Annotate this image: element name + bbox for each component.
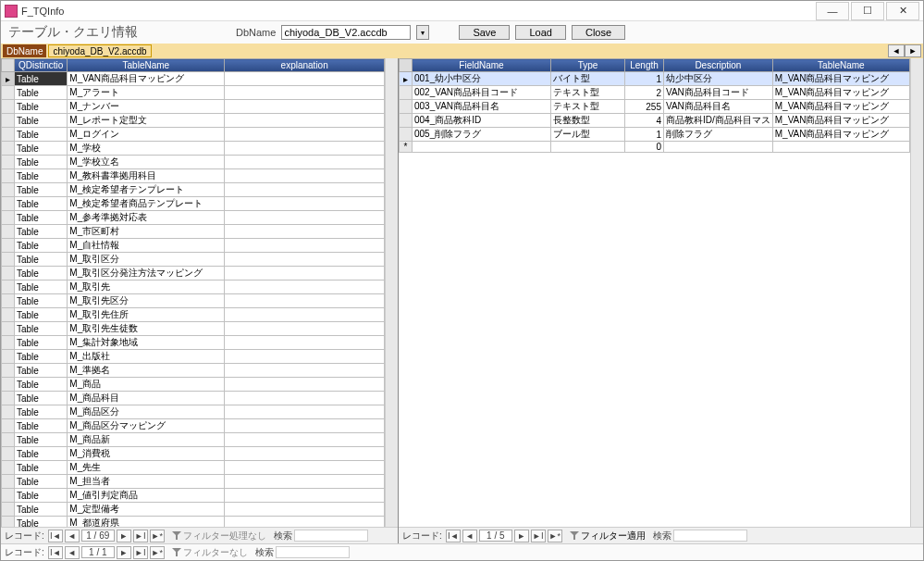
left-search-input[interactable] (294, 530, 368, 542)
table-row[interactable]: TableM_自社情報 (2, 239, 385, 253)
row-selector[interactable] (2, 253, 15, 267)
row-selector[interactable] (2, 197, 15, 211)
table-row[interactable]: TableM_取引先区分 (2, 294, 385, 308)
table-row[interactable]: TableM_先生 (2, 461, 385, 475)
row-selector[interactable] (2, 336, 15, 350)
row-selector[interactable] (2, 239, 15, 253)
close-action-button[interactable]: Close (572, 25, 625, 40)
table-row[interactable]: TableM_市区町村 (2, 225, 385, 239)
row-selector[interactable] (2, 308, 15, 322)
nav-first-button[interactable]: ꓲ◄ (48, 546, 63, 559)
nav-new-button[interactable]: ►* (150, 530, 165, 542)
nav-last-button[interactable]: ►ꓲ (133, 546, 148, 559)
table-row[interactable]: TableM_参考準拠対応表 (2, 211, 385, 225)
row-selector[interactable] (2, 142, 15, 156)
row-selector[interactable] (2, 86, 15, 100)
nav-last-button[interactable]: ►ꓲ (133, 530, 148, 542)
table-row[interactable]: TableM_学校立名 (2, 156, 385, 169)
row-selector[interactable] (2, 100, 15, 114)
col-explanation[interactable]: explanation (225, 59, 385, 72)
row-selector[interactable] (2, 183, 15, 197)
table-row[interactable]: TableM_商品区分 (2, 405, 385, 419)
table-row[interactable]: TableM_アラート (2, 86, 385, 100)
row-selector[interactable] (2, 461, 15, 475)
table-row[interactable]: TableM_商品区分マッピング (2, 419, 385, 433)
row-selector[interactable] (2, 433, 15, 447)
table-row[interactable]: TableM_取引先生徒数 (2, 322, 385, 336)
right-search-input[interactable] (673, 530, 747, 542)
row-selector[interactable] (400, 128, 413, 142)
table-row[interactable]: TableM_消費税 (2, 447, 385, 461)
table-row[interactable]: ▸TableM_VAN商品科目マッピング (2, 72, 385, 86)
col-tablename[interactable]: TableName (772, 59, 909, 72)
table-row[interactable]: ▸001_幼小中区分バイト型1幼少中区分M_VAN商品科目マッピング (400, 72, 910, 86)
col-description[interactable]: Description (664, 59, 773, 72)
row-selector[interactable] (2, 517, 15, 528)
row-selector[interactable] (2, 225, 15, 239)
row-selector[interactable] (2, 294, 15, 308)
row-selector[interactable] (2, 419, 15, 433)
table-row[interactable]: TableM_商品科目 (2, 392, 385, 405)
row-selector[interactable] (2, 378, 15, 392)
dbname-prev-button[interactable]: ◄ (888, 44, 905, 57)
col-length[interactable]: Length (625, 59, 664, 72)
row-selector-header[interactable] (2, 59, 15, 72)
right-scrollbar[interactable] (910, 58, 923, 527)
row-selector[interactable] (2, 280, 15, 294)
table-row[interactable]: TableM_商品 (2, 378, 385, 392)
nav-new-button[interactable]: ►* (150, 546, 165, 559)
row-selector[interactable] (2, 156, 15, 169)
row-selector[interactable]: ▸ (400, 72, 413, 86)
nav-position[interactable]: 1 / 69 (81, 530, 115, 542)
table-row[interactable]: 005_削除フラグブール型1削除フラグM_VAN商品科目マッピング (400, 128, 910, 142)
table-row[interactable]: TableM_集計対象地域 (2, 336, 385, 350)
table-row[interactable]: 002_VAN商品科目コードテキスト型2VAN商品科目コードM_VAN商品科目マ… (400, 86, 910, 100)
row-selector[interactable] (2, 169, 15, 183)
table-row[interactable]: 003_VAN商品科目名テキスト型255VAN商品科目名M_VAN商品科目マッピ… (400, 100, 910, 114)
table-row[interactable]: TableM_値引判定商品 (2, 489, 385, 503)
row-selector[interactable] (2, 503, 15, 517)
row-selector[interactable] (2, 447, 15, 461)
table-row[interactable]: TableM_検定希望者テンプレート (2, 183, 385, 197)
nav-position[interactable]: 1 / 5 (479, 530, 512, 542)
table-row[interactable]: TableM_取引先住所 (2, 308, 385, 322)
table-row[interactable]: TableM_出版社 (2, 350, 385, 364)
nav-next-button[interactable]: ► (117, 546, 131, 559)
row-selector[interactable] (2, 475, 15, 489)
row-selector[interactable]: ▸ (2, 72, 15, 86)
bottom-search-input[interactable] (276, 546, 350, 558)
nav-first-button[interactable]: ꓲ◄ (446, 530, 461, 542)
row-selector[interactable] (2, 392, 15, 405)
nav-position[interactable]: 1 / 1 (81, 546, 115, 558)
minimize-button[interactable]: — (816, 2, 849, 20)
nav-prev-button[interactable]: ◄ (65, 546, 80, 559)
nav-new-button[interactable]: ►* (548, 530, 562, 542)
row-selector[interactable] (400, 114, 413, 128)
table-row[interactable]: TableM_学校 (2, 142, 385, 156)
col-fieldname[interactable]: FieldName (413, 59, 551, 72)
nav-last-button[interactable]: ►ꓲ (531, 530, 546, 542)
row-selector-header[interactable] (400, 59, 413, 72)
row-selector[interactable] (400, 100, 413, 114)
table-row[interactable]: TableM_取引区分発注方法マッピング (2, 267, 385, 280)
table-row[interactable]: TableM_準拠名 (2, 364, 385, 378)
row-selector[interactable] (2, 128, 15, 142)
row-selector[interactable] (2, 364, 15, 378)
row-selector[interactable]: * (400, 142, 413, 153)
close-button[interactable]: ✕ (886, 2, 919, 20)
save-button[interactable]: Save (459, 25, 510, 40)
table-row[interactable]: TableM_定型備考 (2, 503, 385, 517)
row-selector[interactable] (2, 211, 15, 225)
table-row[interactable]: TableM_教科書準拠用科目 (2, 169, 385, 183)
nav-prev-button[interactable]: ◄ (65, 530, 80, 542)
table-row[interactable]: TableM_検定希望者商品テンプレート (2, 197, 385, 211)
table-row[interactable]: TableM_取引先 (2, 280, 385, 294)
left-grid-wrapper[interactable]: QDistinctio TableName explanation ▸Table… (1, 58, 385, 527)
table-row[interactable]: TableM_取引区分 (2, 253, 385, 267)
maximize-button[interactable]: ☐ (851, 2, 884, 20)
right-grid-wrapper[interactable]: FieldName Type Length Description TableN… (399, 58, 910, 527)
dbname-input[interactable] (281, 25, 411, 40)
row-selector[interactable] (2, 322, 15, 336)
row-selector[interactable] (2, 267, 15, 280)
row-selector[interactable] (2, 405, 15, 419)
